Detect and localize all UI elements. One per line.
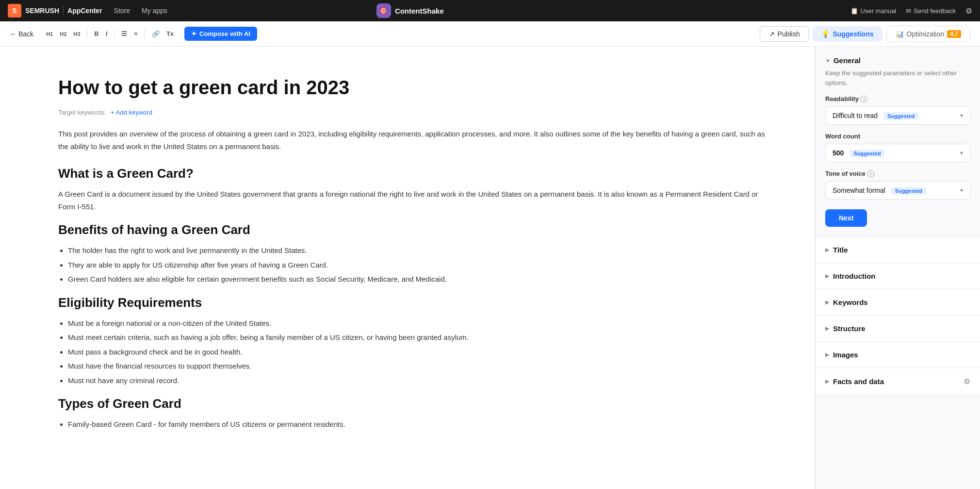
title-chevron-icon: ▶ [825, 247, 829, 253]
nav-myapps[interactable]: My apps [142, 7, 167, 15]
readability-suggested-badge: Suggested [883, 112, 918, 120]
wordcount-field-label: Word count [825, 133, 970, 140]
optimization-score-badge: 4.7 [947, 30, 961, 38]
title-section-label: Title [833, 246, 848, 254]
bold-button[interactable]: B [91, 28, 101, 39]
target-keywords-row: Target keywords: + Add keyword [58, 109, 776, 116]
tab-optimization-button[interactable]: 📊 Optimization 4.7 [886, 26, 971, 42]
structure-chevron-icon: ▶ [825, 325, 829, 332]
keywords-section-label: Keywords [833, 298, 868, 306]
text-format-button[interactable]: Tx [163, 28, 177, 39]
center-app-name: ContentShake [395, 7, 444, 15]
article-intro: This post provides an overview of the pr… [58, 128, 776, 152]
introduction-section-label: Introduction [833, 272, 875, 280]
format-buttons: H1 H2 H3 B I ☰ ≡ 🔗 Tx [43, 28, 177, 39]
format-separator-2 [114, 29, 114, 39]
format-separator-1 [87, 29, 87, 39]
center-app-logo: 🎯 ContentShake [376, 3, 444, 18]
readability-label-text: Readability [825, 95, 859, 102]
tone-suggested-badge: Suggested [891, 187, 926, 195]
tone-select-value: Somewhat formal Suggested [833, 186, 926, 194]
brand-logo: S SEMRUSH AppCenter [8, 4, 102, 17]
back-label: Back [18, 30, 33, 38]
readability-info-icon[interactable]: i [861, 96, 867, 102]
link-button[interactable]: 🔗 [149, 28, 163, 39]
target-keywords-label: Target keywords: [58, 109, 106, 116]
optimization-label: Optimization [907, 30, 945, 38]
title-section[interactable]: ▶ Title [816, 237, 980, 263]
list-item: The holder has the right to work and liv… [68, 244, 776, 257]
tone-field-label: Tone of voice i [825, 170, 970, 177]
general-description: Keep the suggested parameters or select … [825, 68, 970, 87]
list-item: Must meet certain criteria, such as havi… [68, 331, 776, 344]
contentshake-icon: 🎯 [376, 3, 391, 18]
facts-section[interactable]: ▶ Facts and data ⚙ [816, 368, 980, 395]
back-arrow-icon: ← [10, 30, 16, 38]
article-title: How to get a green card in 2023 [58, 76, 776, 99]
italic-button[interactable]: I [103, 28, 111, 39]
facts-section-label: Facts and data [833, 377, 884, 386]
structure-section-label: Structure [833, 324, 866, 333]
wordcount-suggested-badge: Suggested [849, 150, 884, 157]
wordcount-dropdown[interactable]: 500 Suggested ▾ [825, 144, 970, 162]
editor-area[interactable]: How to get a green card in 2023 Target k… [0, 47, 815, 489]
tone-chevron-down-icon: ▾ [960, 187, 963, 194]
list-item: Must not have any criminal record. [68, 374, 776, 387]
structure-section[interactable]: ▶ Structure [816, 316, 980, 342]
images-section-label: Images [833, 351, 858, 359]
publish-label: Publish [778, 30, 800, 38]
ordered-list-button[interactable]: ☰ [118, 28, 130, 39]
readability-chevron-down-icon: ▾ [960, 112, 963, 119]
section1-heading: What is a Green Card? [58, 166, 776, 181]
list-item: Must be a foreign national or a non-citi… [68, 317, 776, 330]
images-chevron-icon: ▶ [825, 352, 829, 358]
compose-with-ai-button[interactable]: ✦ Compose with AI [184, 27, 257, 41]
suggestions-label: Suggestions [833, 30, 873, 38]
nav-divider [63, 6, 64, 16]
tab-suggestions-button[interactable]: 💡 Suggestions [813, 26, 882, 42]
side-panel: ▼ General Keep the suggested parameters … [815, 47, 980, 489]
compose-label: Compose with AI [199, 30, 250, 37]
tone-label-text: Tone of voice [825, 170, 866, 177]
tone-value-text: Somewhat formal [833, 186, 885, 194]
wordcount-value-text: 500 [833, 149, 844, 157]
tone-dropdown[interactable]: Somewhat formal Suggested ▾ [825, 181, 970, 200]
next-button[interactable]: Next [825, 209, 867, 227]
publish-button[interactable]: ↗ Publish [760, 26, 809, 42]
facts-settings-icon[interactable]: ⚙ [964, 377, 970, 386]
h1-button[interactable]: H1 [43, 29, 56, 39]
h3-button[interactable]: H3 [70, 29, 83, 39]
images-section[interactable]: ▶ Images [816, 342, 980, 368]
brand-name: SEMRUSH [25, 7, 59, 15]
introduction-section[interactable]: ▶ Introduction [816, 263, 980, 289]
user-manual-link[interactable]: 📋 User manual [850, 7, 897, 15]
readability-select-value: Difficult to read Suggested [833, 112, 918, 119]
nav-right: 📋 User manual ✉ Send feedback ⚙ [850, 6, 972, 16]
optimization-icon: 📊 [896, 30, 904, 38]
editor-toolbar: ← Back H1 H2 H3 B I ☰ ≡ 🔗 Tx ✦ Compose w… [0, 21, 980, 47]
suggestions-icon: 💡 [821, 30, 830, 38]
tone-info-icon[interactable]: i [867, 170, 874, 177]
send-feedback-label: Send feedback [914, 7, 956, 15]
general-section: ▼ General Keep the suggested parameters … [816, 47, 980, 237]
wordcount-chevron-down-icon: ▾ [960, 150, 963, 156]
section3-heading: Eligibility Requirements [58, 295, 776, 310]
section3-bullets: Must be a foreign national or a non-citi… [68, 317, 776, 387]
appcenter-label: AppCenter [67, 7, 102, 15]
h2-button[interactable]: H2 [57, 29, 69, 39]
facts-chevron-icon: ▶ [825, 378, 829, 385]
wordcount-label-text: Word count [825, 133, 860, 140]
keywords-section[interactable]: ▶ Keywords [816, 289, 980, 316]
readability-dropdown[interactable]: Difficult to read Suggested ▾ [825, 106, 970, 125]
settings-icon[interactable]: ⚙ [965, 6, 972, 16]
general-section-header[interactable]: ▼ General [825, 56, 970, 65]
nav-store[interactable]: Store [114, 7, 130, 15]
add-keyword-button[interactable]: + Add keyword [111, 109, 152, 116]
list-item: Must pass a background check and be in g… [68, 346, 776, 358]
back-button[interactable]: ← Back [10, 30, 33, 38]
unordered-list-button[interactable]: ≡ [131, 28, 141, 39]
manual-icon: 📋 [850, 7, 858, 15]
send-feedback-link[interactable]: ✉ Send feedback [906, 7, 956, 15]
section4-heading: Types of Green Card [58, 396, 776, 411]
section2-bullets: The holder has the right to work and liv… [68, 244, 776, 286]
